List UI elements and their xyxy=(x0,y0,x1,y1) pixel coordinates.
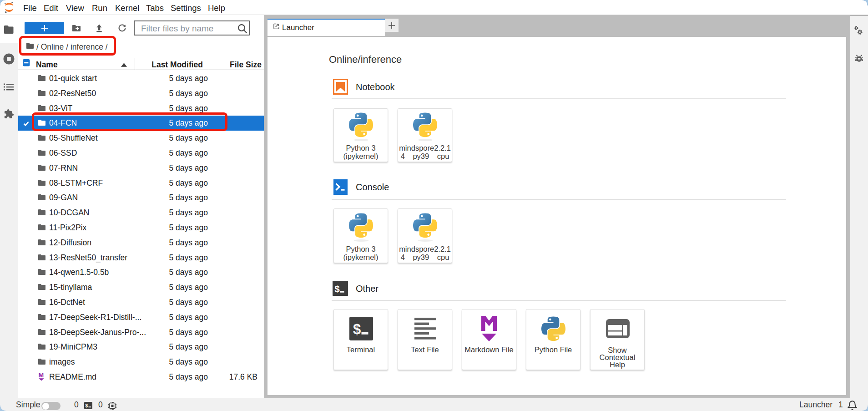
svg-text:$: $ xyxy=(353,321,361,337)
svg-text:M: M xyxy=(38,372,44,379)
svg-text:$: $ xyxy=(86,403,88,408)
svg-text:$: $ xyxy=(335,284,340,294)
